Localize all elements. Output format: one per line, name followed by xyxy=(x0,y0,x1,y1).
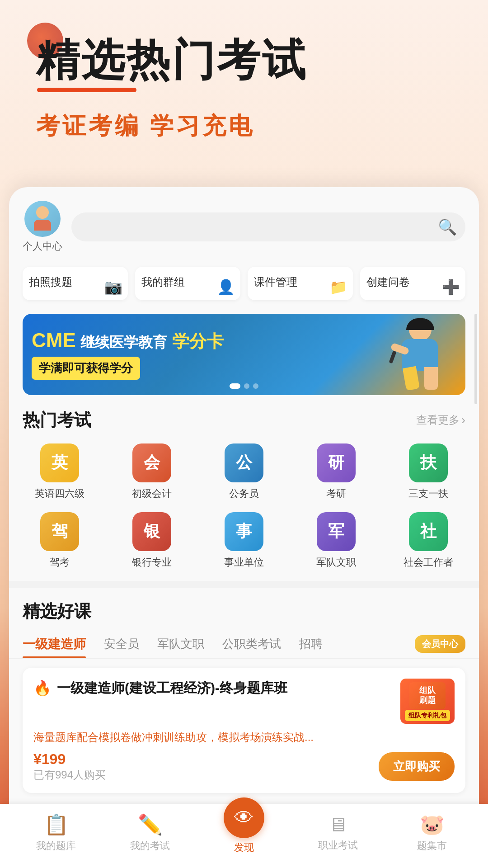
quick-action-questionnaire[interactable]: 创建问卷 ➕ xyxy=(360,267,465,300)
exam-icon-social: 社 xyxy=(409,512,448,551)
camera-icon: 📷 xyxy=(104,278,122,296)
exam-icon-banking: 银 xyxy=(132,512,171,551)
avatar-container[interactable]: 个人中心 xyxy=(23,201,62,253)
course-price: ¥199 xyxy=(33,751,106,768)
exam-item-banking[interactable]: 银 银行专业 xyxy=(106,508,198,576)
buy-button[interactable]: 立即购买 xyxy=(379,752,455,781)
nav-exam-icon: ✏️ xyxy=(138,813,163,836)
quick-actions: 拍照搜题 📷 我的群组 👤 课件管理 📁 创建问卷 ➕ xyxy=(9,262,479,309)
nav-bank-label: 我的题库 xyxy=(36,839,76,853)
price-students: ¥199 已有994人购买 xyxy=(33,751,106,782)
hot-exams-more[interactable]: 查看更多 › xyxy=(416,413,465,427)
nav-career-exam[interactable]: 🖥 职业考试 xyxy=(304,813,372,852)
exam-icon-threesupport: 扶 xyxy=(409,443,448,482)
hero-section: 精选热门考试 考证考编 学习充电 xyxy=(0,0,488,160)
tab-recruit[interactable]: 招聘 xyxy=(299,631,323,657)
nav-career-icon: 🖥 xyxy=(328,813,348,836)
tab-safety[interactable]: 安全员 xyxy=(104,631,139,657)
banner-content: CME 继续医学教育 学分卡 学满即可获得学分 xyxy=(32,329,456,380)
exam-icon-driving: 驾 xyxy=(40,512,79,551)
tab-military-civil[interactable]: 军队文职 xyxy=(157,631,204,657)
hero-title-underline xyxy=(37,88,136,92)
exam-name-military: 军队文职 xyxy=(316,556,356,569)
exam-item-driving[interactable]: 驾 驾考 xyxy=(14,508,106,576)
hero-subtitle: 考证考编 学习充电 xyxy=(36,110,461,142)
more-label: 查看更多 xyxy=(416,413,460,427)
hot-exams-title: 热门考试 xyxy=(23,409,91,432)
course-card-title: 一级建造师(建设工程经济)-终身题库班 xyxy=(57,679,395,698)
exam-item-military[interactable]: 军 军队文职 xyxy=(290,508,382,576)
exam-name-graduate: 考研 xyxy=(326,487,346,500)
exam-item-threesupport[interactable]: 扶 三支一扶 xyxy=(382,439,474,508)
exam-icon-civil: 公 xyxy=(225,443,263,482)
nav-collection[interactable]: 🐷 题集市 xyxy=(398,813,466,853)
avatar-head xyxy=(36,206,49,219)
courseware-label: 课件管理 xyxy=(254,275,297,289)
quick-action-courseware[interactable]: 课件管理 📁 xyxy=(248,267,353,300)
exam-item-graduate[interactable]: 研 考研 xyxy=(290,439,382,508)
tab-public[interactable]: 公职类考试 xyxy=(222,631,281,657)
exam-icon-english: 英 xyxy=(40,443,79,482)
exam-item-accounting[interactable]: 会 初级会计 xyxy=(106,439,198,508)
nav-career-label: 职业考试 xyxy=(318,839,358,852)
team-badge-label: 组队专利礼包 xyxy=(408,712,446,719)
courses-section: 精选好课 一级建造师 安全员 军队文职 公职类考试 招聘 会员中心 🔥 一级建造… xyxy=(9,593,479,811)
app-header: 个人中心 🔍 xyxy=(9,187,479,262)
banner-title-card: 学分卡 xyxy=(172,332,224,351)
avatar-figure xyxy=(29,205,56,232)
exam-name-banking: 银行专业 xyxy=(132,556,172,569)
exam-name-civil: 公务员 xyxy=(229,487,259,500)
hero-title: 精选热门考试 xyxy=(36,36,461,84)
banner-title-cn: 继续医学教育 xyxy=(80,334,167,350)
course-card-image: 组队刷题 组队专利礼包 xyxy=(400,679,455,724)
nav-discover-label: 发现 xyxy=(234,841,254,854)
vip-badge[interactable]: 会员中心 xyxy=(415,635,465,653)
nav-my-bank[interactable]: 📋 我的题库 xyxy=(22,813,90,853)
dot-3 xyxy=(253,383,258,389)
banner-dots xyxy=(230,383,258,389)
exam-grid: 英 英语四六级 会 初级会计 公 公务员 研 考研 扶 三支一扶 驾 驾考 银 … xyxy=(9,439,479,576)
banner-title: CME 继续医学教育 学分卡 xyxy=(32,329,456,353)
nav-my-exam[interactable]: ✏️ 我的考试 xyxy=(116,813,184,853)
exam-item-institution[interactable]: 事 事业单位 xyxy=(198,508,290,576)
cme-banner[interactable]: CME 继续医学教育 学分卡 学满即可获得学分 xyxy=(23,314,465,395)
courses-header: 精选好课 xyxy=(9,593,479,630)
course-price-row: ¥199 已有994人购买 立即购买 xyxy=(33,751,455,782)
tab-constructor[interactable]: 一级建造师 xyxy=(23,630,86,658)
quick-action-group[interactable]: 我的群组 👤 xyxy=(135,267,240,300)
fire-icon: 🔥 xyxy=(33,679,52,697)
nav-collection-label: 题集市 xyxy=(417,839,447,853)
scroll-indicator xyxy=(474,314,477,404)
hot-exams-header: 热门考试 查看更多 › xyxy=(9,404,479,439)
nav-bank-icon: 📋 xyxy=(44,813,69,836)
folder-icon: 📁 xyxy=(329,278,347,296)
course-description: 海量题库配合模拟卷做冲刺训练助攻，模拟考场演练实战... xyxy=(33,729,455,745)
nav-exam-label: 我的考试 xyxy=(130,839,170,853)
nav-collection-icon: 🐷 xyxy=(420,813,445,836)
exam-icon-accounting: 会 xyxy=(132,443,171,482)
dot-1 xyxy=(230,383,240,389)
bottom-nav: 📋 我的题库 ✏️ 我的考试 👁 发现 🖥 职业考试 🐷 题集市 xyxy=(0,804,488,868)
chevron-right-icon: › xyxy=(461,413,465,427)
nav-discover[interactable]: 👁 发现 xyxy=(210,811,278,854)
exam-name-driving: 驾考 xyxy=(50,556,70,569)
exam-icon-institution: 事 xyxy=(225,512,263,551)
quick-action-photo[interactable]: 拍照搜题 📷 xyxy=(23,267,128,300)
exam-item-social[interactable]: 社 社会工作者 xyxy=(382,508,474,576)
exam-name-threesupport: 三支一扶 xyxy=(408,487,448,500)
course-card-header: 🔥 一级建造师(建设工程经济)-终身题库班 组队刷题 组队专利礼包 xyxy=(33,679,455,724)
discover-icon: 👁 xyxy=(234,807,254,829)
exam-name-institution: 事业单位 xyxy=(224,556,264,569)
exam-item-civil[interactable]: 公 公务员 xyxy=(198,439,290,508)
search-icon[interactable]: 🔍 xyxy=(438,218,456,236)
avatar-label: 个人中心 xyxy=(23,240,62,253)
banner-cme: CME xyxy=(32,329,76,351)
questionnaire-label: 创建问卷 xyxy=(366,275,410,289)
app-card: 个人中心 🔍 拍照搜题 📷 我的群组 👤 课件管理 📁 创建问卷 ➕ CME xyxy=(9,187,479,820)
dot-2 xyxy=(244,383,249,389)
exam-item-english[interactable]: 英 英语四六级 xyxy=(14,439,106,508)
exam-icon-graduate: 研 xyxy=(317,443,356,482)
course-card: 🔥 一级建造师(建设工程经济)-终身题库班 组队刷题 组队专利礼包 海量题库配合… xyxy=(23,668,465,793)
search-bar[interactable]: 🔍 xyxy=(71,212,465,241)
group-label: 我的群组 xyxy=(141,275,185,289)
